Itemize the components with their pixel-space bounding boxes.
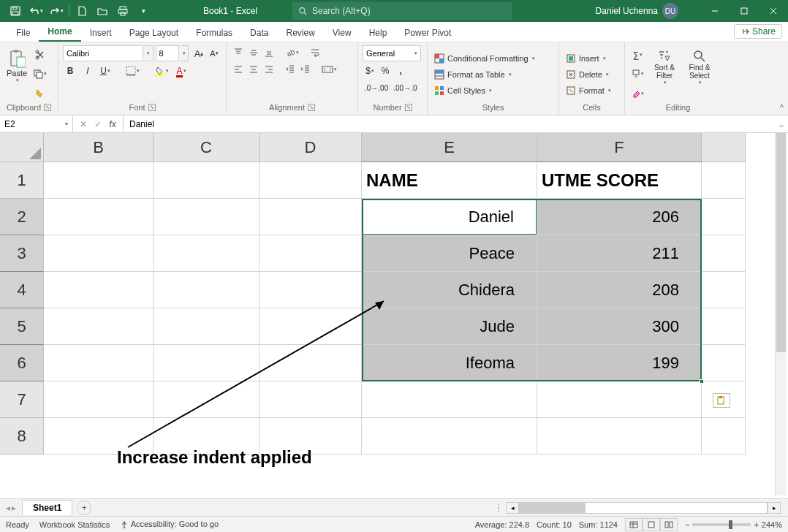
cell-F6[interactable]: 199 [537,345,702,381]
status-accessibility[interactable]: Accessibility: Good to go [120,520,219,529]
bold-button[interactable]: B [63,64,77,78]
cell-F4[interactable]: 208 [537,272,702,308]
status-workbook-stats[interactable]: Workbook Statistics [39,520,110,529]
tab-data[interactable]: Data [241,23,277,42]
clipboard-dialog-icon[interactable]: ⤡ [44,104,51,111]
selection-handle[interactable] [700,379,704,384]
hscroll-left-icon[interactable]: ◂ [506,502,519,514]
align-middle-button[interactable] [246,45,261,60]
tab-home[interactable]: Home [39,22,80,42]
cell[interactable] [44,235,154,272]
copy-button[interactable]: ▾ [31,66,49,81]
cell[interactable] [44,199,154,235]
select-all-corner[interactable] [0,133,44,162]
accounting-format-button[interactable]: $▾ [363,64,377,78]
cell-E3[interactable]: Peace [362,235,537,272]
vertical-scrollbar[interactable] [775,133,787,495]
cell-F3[interactable]: 211 [537,235,702,272]
print-icon[interactable] [113,2,132,20]
fill-button[interactable]: ▾ [629,66,646,81]
find-select-button[interactable]: Find & Select▾ [683,45,716,89]
row-header-8[interactable]: 8 [0,418,44,455]
tab-power-pivot[interactable]: Power Pivot [395,23,460,42]
formula-input[interactable]: Daniel [124,115,775,132]
cell[interactable] [154,162,259,199]
cell[interactable] [362,381,537,418]
cell[interactable] [259,345,362,381]
cell[interactable] [537,381,702,418]
delete-cells-button[interactable]: Delete▾ [564,67,620,82]
align-top-button[interactable] [231,45,246,60]
row-header-4[interactable]: 4 [0,272,44,308]
comma-format-button[interactable]: , [393,64,408,78]
increase-decimal-button[interactable]: .0→.00 [363,80,390,95]
format-as-table-button[interactable]: Format as Table▾ [432,67,554,82]
paste-button[interactable]: Paste▾ [4,45,29,86]
horizontal-scroll-thumb[interactable] [520,503,586,513]
collapse-ribbon-icon[interactable]: ^ [780,103,784,112]
search-box[interactable]: Search (Alt+Q) [292,2,512,20]
alignment-dialog-icon[interactable]: ⤡ [308,104,315,111]
view-page-break-icon[interactable] [660,518,678,531]
cell-E5[interactable]: Jude [362,308,537,345]
tab-insert[interactable]: Insert [81,23,121,42]
percent-format-button[interactable]: % [378,64,393,78]
number-format-select[interactable]: General▾ [363,45,421,61]
tab-page-layout[interactable]: Page Layout [121,23,187,42]
row-header-7[interactable]: 7 [0,381,44,418]
cell[interactable] [702,162,746,199]
cell[interactable] [154,235,259,272]
clear-button[interactable]: ▾ [629,86,646,101]
cell-F2[interactable]: 206 [537,199,702,235]
cell[interactable] [154,199,259,235]
cell[interactable] [259,162,362,199]
cell-F1[interactable]: UTME SCORE [537,162,702,199]
font-color-button[interactable]: A▾ [174,64,189,78]
tab-formulas[interactable]: Formulas [187,23,241,42]
autosum-button[interactable]: ∑▾ [629,48,646,62]
tab-view[interactable]: View [324,23,360,42]
vertical-scroll-thumb[interactable] [776,133,786,352]
name-box[interactable]: E2▾ [0,115,73,132]
cell[interactable] [154,272,259,308]
cell-E2[interactable] [362,199,537,235]
sort-filter-button[interactable]: Sort & Filter▾ [648,45,681,89]
font-dialog-icon[interactable]: ⤡ [148,104,156,111]
borders-button[interactable]: ▾ [124,64,142,78]
cell[interactable] [259,272,362,308]
align-bottom-button[interactable] [262,45,276,60]
cancel-formula-icon[interactable]: ✕ [76,119,91,129]
cell[interactable] [44,162,154,199]
col-header-C[interactable]: C [154,133,259,162]
cell-F5[interactable]: 300 [537,308,702,345]
col-header-E[interactable]: E [362,133,537,162]
cell-E6[interactable]: Ifeoma [362,345,537,381]
undo-icon[interactable]: ▾ [26,2,45,20]
col-header-B[interactable]: B [44,133,154,162]
insert-cells-button[interactable]: Insert▾ [564,51,620,66]
worksheet-grid[interactable]: B C D E F 1 NAME UTME SCORE 2 206 3 Peac… [0,133,773,495]
wrap-text-button[interactable] [308,45,324,60]
horizontal-scrollbar[interactable] [519,502,768,514]
zoom-level[interactable]: 244% [762,520,782,529]
zoom-slider[interactable] [692,523,751,526]
cell[interactable] [362,418,537,455]
hscroll-right-icon[interactable]: ▸ [768,502,781,514]
tab-review[interactable]: Review [277,23,323,42]
cell[interactable] [154,381,259,418]
minimize-button[interactable] [700,0,730,22]
expand-formula-bar-icon[interactable]: ⌄ [775,115,788,132]
increase-font-button[interactable]: A▴ [192,46,206,61]
new-sheet-button[interactable]: + [77,501,91,515]
view-normal-icon[interactable] [625,518,643,531]
view-page-layout-icon[interactable] [643,518,660,531]
row-header-3[interactable]: 3 [0,235,44,272]
underline-button[interactable]: U▾ [98,64,113,78]
cell[interactable] [702,199,746,235]
row-header-6[interactable]: 6 [0,345,44,381]
decrease-indent-button[interactable] [283,62,298,77]
qat-customize-icon[interactable]: ▾ [134,2,153,20]
col-header-D[interactable]: D [259,133,362,162]
decrease-decimal-button[interactable]: .00→.0 [391,80,419,95]
cell[interactable] [702,345,746,381]
